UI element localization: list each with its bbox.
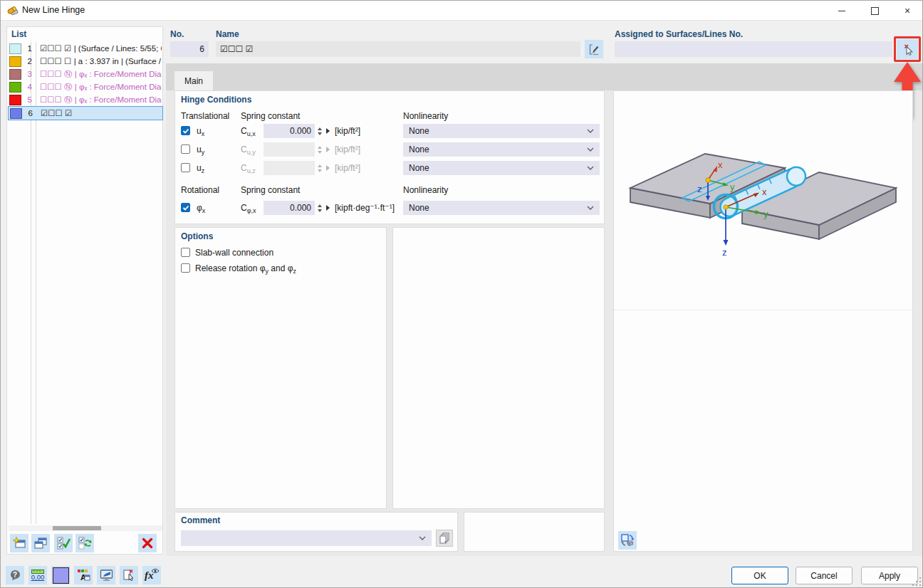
new-entry-button[interactable] xyxy=(10,534,28,552)
toggle-check-icon xyxy=(78,537,92,550)
ux-nonlinearity-dropdown[interactable]: None xyxy=(403,124,600,138)
spring-constant-column-header-2: Spring constant xyxy=(241,185,300,195)
phix-label: φx xyxy=(197,203,205,214)
release-rotation-checkbox[interactable] xyxy=(181,263,190,273)
edit-pencil-icon xyxy=(588,43,600,56)
axis-y-label: y xyxy=(763,209,768,219)
invert-selection-button[interactable] xyxy=(75,534,94,552)
uz-label: uz xyxy=(197,163,204,174)
tab-strip-background xyxy=(166,63,923,90)
list-item-3[interactable]: 3 ☐☐☐ Ⓝ | φₓ : Force/Moment Diag xyxy=(8,68,162,80)
line-hinge-3d-preview: x y z x y z xyxy=(614,120,914,305)
list-item-5[interactable]: 5 ☐☐☐ Ⓝ | φₓ : Force/Moment Diag xyxy=(8,93,162,106)
chevron-down-icon xyxy=(587,147,594,152)
list-item-6-selected[interactable]: 6 ☑☐☐ ☑ xyxy=(8,106,163,120)
copy-entry-button[interactable] xyxy=(31,534,50,552)
ok-button[interactable]: OK xyxy=(731,567,788,584)
cphix-detail-arrow[interactable] xyxy=(326,205,330,211)
assigned-input[interactable] xyxy=(615,41,892,57)
list-item-4[interactable]: 4 ☐☐☐ Ⓝ | φₓ : Force/Moment Diag xyxy=(8,80,162,93)
formula-visibility-button[interactable]: fx xyxy=(142,566,161,584)
cphix-spinner[interactable] xyxy=(318,202,322,214)
name-label: Name xyxy=(216,29,239,39)
apply-and-pick-button[interactable] xyxy=(120,566,138,584)
select-objects-pick-button[interactable] xyxy=(897,39,918,59)
color-swatch xyxy=(9,69,21,80)
phix-checkbox[interactable] xyxy=(181,203,190,212)
minimize-button[interactable] xyxy=(825,1,858,21)
maximize-icon xyxy=(871,7,879,15)
comment-dropdown[interactable] xyxy=(181,530,432,546)
ux-label: ux xyxy=(197,126,204,137)
scrollbar-thumb[interactable] xyxy=(53,526,101,530)
uz-nonlinearity-dropdown[interactable]: None xyxy=(403,161,600,175)
maximize-button[interactable] xyxy=(858,1,891,21)
new-window-icon xyxy=(13,537,26,550)
rotational-column-header: Rotational xyxy=(181,185,219,195)
color-swatch xyxy=(9,95,21,105)
help-button[interactable]: ? xyxy=(6,566,24,584)
list-h-scrollbar[interactable] xyxy=(9,525,162,531)
cux-spinner[interactable] xyxy=(318,125,322,137)
list-item-1[interactable]: 1 ☑☐☐ ☑ | (Surface / Lines: 5/55; 6/ xyxy=(8,42,162,55)
cancel-button[interactable]: Cancel xyxy=(796,567,852,584)
delete-entry-button[interactable] xyxy=(138,534,157,552)
uy-nonlinearity-dropdown[interactable]: None xyxy=(403,142,600,157)
chevron-down-icon xyxy=(587,129,594,133)
phix-nonlinearity-dropdown[interactable]: None xyxy=(403,201,600,215)
slab-wall-checkbox[interactable] xyxy=(181,248,190,257)
axis-x-label: x xyxy=(718,159,723,170)
list-header: List xyxy=(11,29,26,39)
nonlinearity-column-header-2: Nonlinearity xyxy=(403,185,448,195)
units-settings-button[interactable]: 0,00 xyxy=(28,566,47,584)
cuz-label: Cu,z xyxy=(241,163,256,174)
comment-copy-button[interactable] xyxy=(436,530,453,547)
edit-name-button[interactable] xyxy=(585,40,603,58)
document-pick-icon xyxy=(122,569,135,582)
hinge-conditions-panel: Hinge Conditions Translational Spring co… xyxy=(174,90,605,224)
cuy-value-input xyxy=(264,142,315,157)
copy-pages-icon xyxy=(439,532,450,544)
cux-unit: [kip/ft²] xyxy=(335,126,360,136)
display-properties-icon: A xyxy=(77,569,90,582)
cphix-label: Cφ,x xyxy=(241,203,256,214)
preview-panel: x y z x y z xyxy=(613,90,913,552)
translational-column-header: Translational xyxy=(181,111,229,121)
options-panel: Options Slab-wall connection Release rot… xyxy=(174,227,387,509)
reset-view-button[interactable] xyxy=(618,531,637,550)
list-item-2[interactable]: 2 ☐☐☐ ☐ | a : 3.937 in | (Surface / Li xyxy=(8,55,162,68)
slab-wall-label: Slab-wall connection xyxy=(195,248,273,258)
cuz-unit: [kip/ft²] xyxy=(335,163,360,173)
title-bar: New Line Hinge × xyxy=(1,1,922,21)
color-swatch-icon xyxy=(53,567,69,584)
apply-button[interactable]: Apply xyxy=(861,567,918,584)
delete-x-icon xyxy=(142,537,153,549)
color-swatch xyxy=(9,82,21,93)
comment-header: Comment xyxy=(181,515,220,525)
display-on-screen-button[interactable] xyxy=(97,566,115,584)
resize-grip[interactable] xyxy=(914,579,922,587)
close-button[interactable]: × xyxy=(891,1,923,21)
cuz-spinner xyxy=(318,162,322,174)
fx-eye-icon: fx xyxy=(144,568,160,582)
hinge-color-button[interactable] xyxy=(51,566,70,584)
new-line-hinge-dialog: New Line Hinge × List 1 ☑☐☐ ☑ | (Surface… xyxy=(0,0,923,588)
color-swatch xyxy=(9,56,21,67)
display-properties-button[interactable]: A xyxy=(74,566,93,584)
select-all-button[interactable] xyxy=(54,534,73,552)
no-label: No. xyxy=(170,29,184,39)
cux-value-input[interactable]: 0.000 xyxy=(264,124,315,138)
name-input[interactable]: ☑☐☐ ☑ xyxy=(216,41,580,57)
ux-checkbox[interactable] xyxy=(181,126,190,135)
cphix-value-input[interactable]: 0.000 xyxy=(264,201,315,215)
uy-checkbox[interactable] xyxy=(181,145,190,154)
tab-main[interactable]: Main xyxy=(174,71,213,90)
axis-x-label: x xyxy=(762,187,767,197)
check-icon xyxy=(182,127,189,135)
units-icon: 0,00 xyxy=(31,569,45,581)
hinge-list-panel: List 1 ☑☐☐ ☑ | (Surface / Lines: 5/55; 6… xyxy=(6,26,163,555)
no-input[interactable]: 6 xyxy=(170,41,209,57)
cux-detail-arrow[interactable] xyxy=(326,128,330,134)
help-icon: ? xyxy=(9,569,21,582)
uz-checkbox[interactable] xyxy=(181,163,190,172)
